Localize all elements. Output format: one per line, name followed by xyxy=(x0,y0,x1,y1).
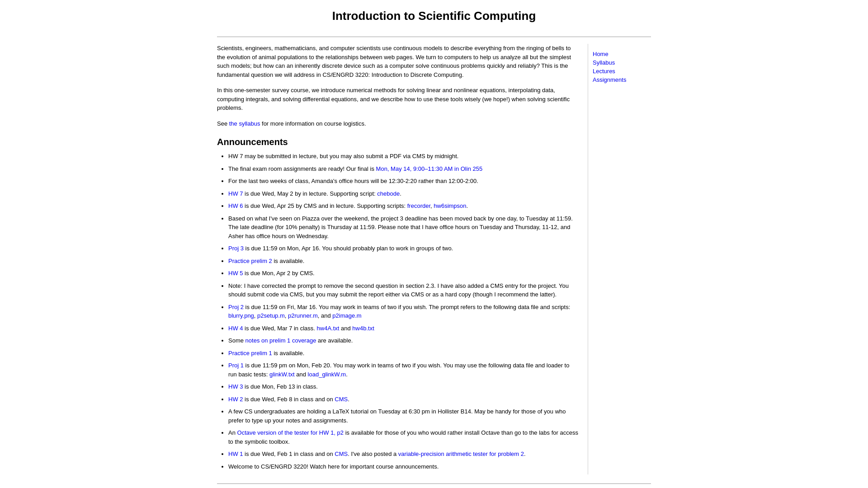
intro-paragraph-1: Scientists, engineers, mathematicians, a… xyxy=(217,44,579,79)
list-item: Some notes on prelim 1 coverage are avai… xyxy=(228,336,579,345)
syllabus-link[interactable]: the syllabus xyxy=(229,120,260,127)
syllabus-line: See the syllabus for more information on… xyxy=(217,119,579,128)
p2runner-link[interactable]: p2runner.m xyxy=(288,312,318,319)
list-item: HW 4 is due Wed, Mar 7 in class. hw4A.tx… xyxy=(228,324,579,333)
nav-assignments[interactable]: Assignments xyxy=(593,76,651,83)
list-item: HW 1 is due Wed, Feb 1 in class and on C… xyxy=(228,450,579,459)
hw2-link[interactable]: HW 2 xyxy=(228,396,243,403)
list-item: Proj 3 is due 11:59 on Mon, Apr 16. You … xyxy=(228,244,579,253)
list-item: Practice prelim 1 is available. xyxy=(228,349,579,358)
proj1-link[interactable]: Proj 1 xyxy=(228,362,244,369)
frecorder-link[interactable]: frecorder xyxy=(407,202,430,209)
list-item: Note: I have corrected the prompt to rem… xyxy=(228,282,579,299)
hw4b-link[interactable]: hw4b.txt xyxy=(352,325,374,332)
nav-lectures[interactable]: Lectures xyxy=(593,68,651,75)
list-item: For the last two weeks of class, Amanda'… xyxy=(228,177,579,186)
top-divider xyxy=(217,37,651,37)
octave-tester-link[interactable]: Octave version of the tester for HW 1, p… xyxy=(237,429,344,436)
glinkw-link[interactable]: glinkW.txt xyxy=(269,371,295,378)
list-item: HW 7 is due Wed, May 2 by in lecture. Su… xyxy=(228,189,579,198)
hw4a-link[interactable]: hw4A.txt xyxy=(317,325,340,332)
loadglinkw-link[interactable]: load_glinkW.m xyxy=(308,371,346,378)
sidebar: Home Syllabus Lectures Assignments xyxy=(588,44,651,474)
nav-syllabus[interactable]: Syllabus xyxy=(593,59,651,66)
hw1-link[interactable]: HW 1 xyxy=(228,450,243,457)
vp-tester-link[interactable]: variable-precision arithmetic tester for… xyxy=(398,450,524,457)
p2setup-link[interactable]: p2setup.m xyxy=(257,312,285,319)
proj2-link[interactable]: Proj 2 xyxy=(228,304,244,310)
blurry-link[interactable]: blurry.png xyxy=(228,312,254,319)
hw3-link[interactable]: HW 3 xyxy=(228,383,243,390)
chebode-link[interactable]: chebode xyxy=(377,190,400,197)
list-item: HW 5 is due Mon, Apr 2 by CMS. xyxy=(228,269,579,278)
cms-link-hw1[interactable]: CMS xyxy=(335,450,348,457)
hw5-link[interactable]: HW 5 xyxy=(228,270,243,277)
list-item: Based on what I've seen on Piazza over t… xyxy=(228,214,579,241)
hw7-link[interactable]: HW 7 xyxy=(228,190,243,197)
content-area: Scientists, engineers, mathematicians, a… xyxy=(217,44,579,474)
main-content: Scientists, engineers, mathematicians, a… xyxy=(217,44,651,474)
page-title: Introduction to Scientific Computing xyxy=(217,9,651,28)
announcements-heading: Announcements xyxy=(217,137,579,147)
p2image-link[interactable]: p2image.m xyxy=(332,312,361,319)
final-exam-link[interactable]: Mon, May 14, 9:00–11:30 AM in Olin 255 xyxy=(376,165,483,172)
list-item: An Octave version of the tester for HW 1… xyxy=(228,428,579,446)
list-item: Practice prelim 2 is available. xyxy=(228,257,579,266)
hw6simpson-link[interactable]: hw6simpson xyxy=(434,202,466,209)
prelim1-coverage-link[interactable]: notes on prelim 1 coverage xyxy=(245,337,316,344)
practice-prelim2-link[interactable]: Practice prelim 2 xyxy=(228,258,272,264)
list-item: HW 2 is due Wed, Feb 8 in class and on C… xyxy=(228,395,579,404)
intro-paragraph-2: In this one-semester survey course, we i… xyxy=(217,86,579,113)
list-item: HW 3 is due Mon, Feb 13 in class. xyxy=(228,382,579,391)
announcements-list: HW 7 may be submitted in lecture, but yo… xyxy=(217,152,579,471)
hw6-link[interactable]: HW 6 xyxy=(228,202,243,209)
bottom-divider xyxy=(217,483,651,484)
proj3-link[interactable]: Proj 3 xyxy=(228,245,244,252)
list-item: HW 6 is due Wed, Apr 25 by CMS and in le… xyxy=(228,202,579,211)
list-item: A few CS undergraduates are holding a La… xyxy=(228,407,579,425)
list-item: HW 7 may be submitted in lecture, but yo… xyxy=(228,152,579,161)
list-item: The final exam room assignments are read… xyxy=(228,164,579,174)
list-item: Proj 2 is due 11:59 on Fri, Mar 16. You … xyxy=(228,303,579,320)
list-item: Welcome to CS/ENGRD 3220! Watch here for… xyxy=(228,462,579,471)
practice-prelim1-link[interactable]: Practice prelim 1 xyxy=(228,350,272,357)
cms-link-hw2[interactable]: CMS xyxy=(335,396,348,403)
hw4-link[interactable]: HW 4 xyxy=(228,325,243,332)
nav-home[interactable]: Home xyxy=(593,51,651,57)
list-item: Proj 1 is due 11:59 pm on Mon, Feb 20. Y… xyxy=(228,361,579,379)
